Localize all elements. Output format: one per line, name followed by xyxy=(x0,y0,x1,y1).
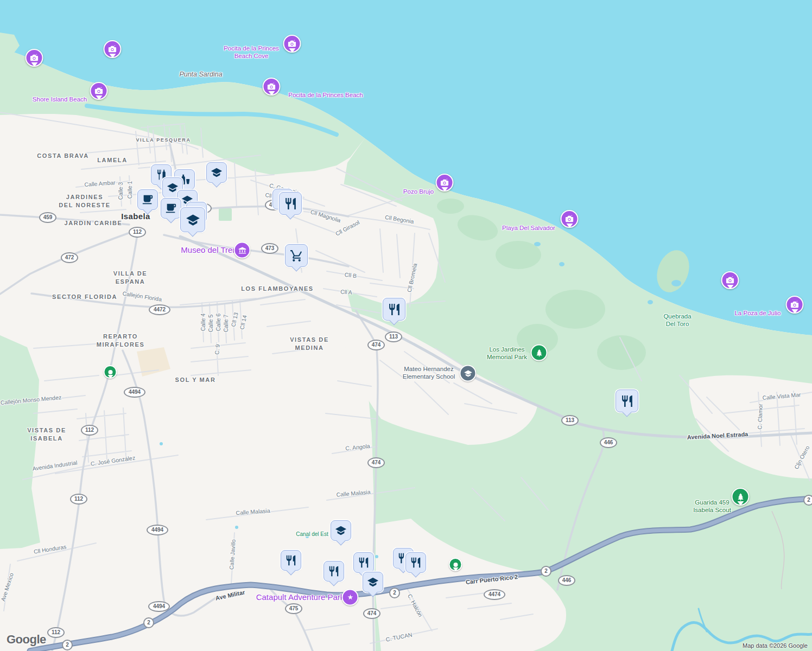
area-label: VILLA PESQUERA xyxy=(136,137,191,143)
restaurant-marker[interactable] xyxy=(616,390,638,412)
area-label: SECTOR FLORIDA xyxy=(52,293,117,301)
camera-icon xyxy=(104,40,122,58)
route-shield-2: 2 xyxy=(143,617,154,628)
poi-label[interactable]: Playa Del Salvador xyxy=(502,225,555,232)
camera-pin-marker[interactable] xyxy=(90,82,108,100)
area-label: VISTAS DE MEDINA xyxy=(290,336,329,352)
cafe-icon xyxy=(165,202,177,214)
area-label: LOS FLAMBOYANES xyxy=(241,285,314,293)
school-marker[interactable] xyxy=(180,207,205,232)
cart-icon xyxy=(290,249,303,263)
poi-label[interactable]: Pozo Brujo xyxy=(403,188,434,196)
map-attribution: Map data ©2026 Google xyxy=(743,642,808,649)
poi-label[interactable]: Guarida 459 Isabela Scout xyxy=(693,499,731,514)
street-label: Calle 7 xyxy=(223,315,229,333)
poi-label[interactable]: Mateo Hernandez Elementary School xyxy=(403,366,455,380)
camera-pin-marker[interactable] xyxy=(561,210,579,228)
museum-icon xyxy=(238,246,246,254)
route-shield-459: 459 xyxy=(39,212,56,223)
route-shield-112: 112 xyxy=(81,425,98,436)
restaurant-marker[interactable] xyxy=(383,298,405,321)
restaurant-marker[interactable] xyxy=(281,550,301,571)
town-park xyxy=(219,208,232,221)
restaurant-icon xyxy=(620,394,634,408)
poi-label[interactable]: Pocita de la Princes Beach Cove xyxy=(224,45,279,60)
school-marker[interactable] xyxy=(363,572,383,592)
camera-pin-marker[interactable] xyxy=(786,296,804,314)
school-icon xyxy=(367,576,379,588)
camera-pin-marker[interactable] xyxy=(436,174,454,192)
park-marker[interactable] xyxy=(531,344,548,361)
poi-label[interactable]: Shore Island Beach xyxy=(33,96,87,104)
restaurant-icon xyxy=(410,557,422,569)
area-label: SOL Y MAR xyxy=(175,376,216,384)
area-label: JARDIN CARIBE xyxy=(65,219,123,227)
camera-pin-marker[interactable] xyxy=(721,271,739,289)
area-label: JARDINES DEL NORESTE xyxy=(59,193,111,209)
dot-icon xyxy=(449,558,462,571)
place-dot-marker[interactable] xyxy=(449,558,462,571)
restaurant-marker[interactable] xyxy=(279,192,302,215)
route-shield-2: 2 xyxy=(62,640,73,650)
poi-label[interactable]: Catapult Adventure Park xyxy=(256,592,345,602)
school-icon xyxy=(335,525,347,537)
route-shield-473: 473 xyxy=(261,243,278,254)
google-maps-canvas[interactable]: COSTA BRAVALAMELAVILLA PESQUERAJARDINES … xyxy=(0,0,812,651)
tree-icon xyxy=(535,348,543,357)
place-dot-marker[interactable] xyxy=(104,365,117,379)
star-icon xyxy=(346,593,354,602)
restaurant-icon xyxy=(285,554,297,566)
camera-pin-marker[interactable] xyxy=(263,78,281,95)
camera-pin-marker[interactable] xyxy=(26,49,43,67)
museum-marker[interactable] xyxy=(234,242,251,259)
street-label: Cll B xyxy=(344,271,357,279)
poi-label[interactable]: Pocita de la Princes Beach xyxy=(288,92,363,99)
poi-label[interactable]: La Poza de Julio xyxy=(734,310,781,317)
area-label: LAMELA xyxy=(97,156,127,164)
camera-pin-marker[interactable] xyxy=(104,40,122,58)
restaurant-marker[interactable] xyxy=(405,552,426,573)
catapult-marker[interactable] xyxy=(342,589,359,606)
school-marker[interactable] xyxy=(206,162,227,183)
route-shield-112: 112 xyxy=(129,227,146,238)
scout-park-pin-marker[interactable] xyxy=(732,488,750,506)
poi-label[interactable]: Punta Sardina xyxy=(179,71,222,79)
area-label: REPARTO MIRAFLORES xyxy=(97,333,145,349)
restaurant-marker[interactable] xyxy=(353,552,374,573)
street-label: Calle 1 xyxy=(126,181,133,199)
route-shield-2: 2 xyxy=(541,566,551,577)
google-logo: Google xyxy=(7,633,46,647)
camera-pin-marker[interactable] xyxy=(283,35,301,53)
school-icon xyxy=(167,182,179,194)
area-label: VISTAS DE ISABELA xyxy=(27,426,66,443)
street-label: Calle 4 xyxy=(200,314,206,331)
cafe-marker[interactable] xyxy=(161,198,181,219)
route-shield-472: 472 xyxy=(61,252,78,263)
restaurant-icon xyxy=(328,565,340,577)
cart-marker[interactable] xyxy=(285,244,308,267)
poi-label[interactable]: Los Jardines Memorial Park xyxy=(487,346,527,361)
route-shield-4472: 4472 xyxy=(149,304,170,315)
restaurant-icon xyxy=(388,303,401,316)
route-shield-113: 113 xyxy=(385,331,402,342)
poi-label[interactable]: Canal del Est xyxy=(296,531,328,538)
street-label: Calle 6 xyxy=(215,314,221,331)
route-shield-112: 112 xyxy=(70,494,87,505)
school-icon xyxy=(186,213,200,227)
route-shield-113: 113 xyxy=(561,415,579,426)
restaurant-marker[interactable] xyxy=(323,561,344,582)
street-label: Calle 5 xyxy=(207,315,214,333)
cafe-marker[interactable] xyxy=(137,189,158,210)
poi-label[interactable]: Quebrada Del Toro xyxy=(663,313,691,328)
school-icon xyxy=(464,369,472,378)
camera-icon xyxy=(283,35,301,53)
route-shield-112: 112 xyxy=(47,627,65,638)
camera-icon xyxy=(721,271,739,289)
school-marker[interactable] xyxy=(331,520,351,541)
poi-label[interactable]: Museo del Tren xyxy=(181,245,237,255)
route-shield-2: 2 xyxy=(803,495,812,506)
route-shield-474: 474 xyxy=(367,457,385,468)
street-label: Calle 3 xyxy=(117,182,124,200)
route-shield-446: 446 xyxy=(600,437,617,448)
school-circle-marker[interactable] xyxy=(460,365,477,382)
